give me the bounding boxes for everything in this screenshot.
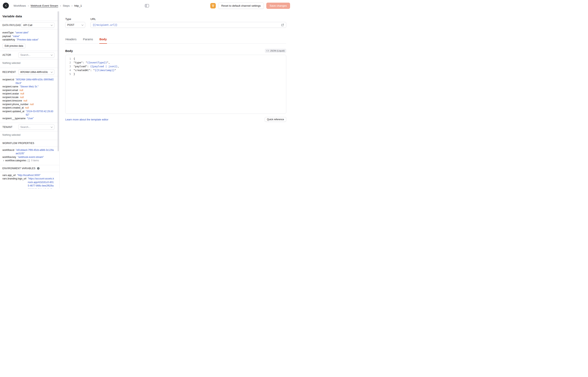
app-window: Workflows›Webhook Event Stream›Steps›htt… [0, 0, 294, 188]
kv-row: payload"value" [2, 35, 54, 38]
tenant-empty-state: Nothing selected [2, 133, 54, 137]
kv-key: recipient.created_at [2, 106, 24, 110]
kv-key: workflow.categories [5, 159, 26, 163]
chevron-down-icon [82, 24, 83, 25]
kv-value: null [30, 103, 34, 106]
actor-header: ACTOR Search... [0, 51, 59, 59]
panel-title: Variable data [2, 14, 22, 18]
body-section-title: Body [65, 49, 73, 53]
recipient-content: recipient.id"80f1f4bf-166d-48f9-b33c-390… [0, 76, 59, 123]
kv-key: recipient.email [2, 89, 18, 92]
breadcrumb-separator: › [28, 4, 29, 7]
line-number: 5 [65, 72, 73, 76]
kv-key: variableKey [2, 38, 15, 42]
type-label: Type [65, 18, 85, 21]
actor-label: ACTOR [2, 54, 11, 56]
kv-row: recipient.id"80f1f4bf-166d-48f9-b33c-390… [2, 78, 54, 85]
body-section-header: Body JSON (Liquid) [65, 49, 286, 53]
kv-key: recipient.__typename [2, 117, 26, 120]
method-field: Type POST [65, 18, 85, 28]
kv-value: null [25, 106, 29, 110]
kv-row: vars.app_url"http://localhost:3000" [2, 174, 54, 177]
breadcrumb-item: http_1 [74, 4, 82, 7]
editor-footer: Learn more about the template editor Qui… [65, 117, 286, 122]
top-bar: Workflows›Webhook Event Stream›Steps›htt… [0, 0, 294, 11]
commit-changes-badge[interactable] [210, 3, 216, 9]
quick-reference-button[interactable]: Quick reference [265, 117, 286, 122]
data-payload-select[interactable]: API Call [21, 22, 54, 28]
panel-toggle-button[interactable] [143, 3, 150, 9]
breadcrumb-separator: › [71, 4, 72, 7]
tab-headers[interactable]: Headers [65, 38, 77, 44]
workflow-properties-content: workflow.id"e91ddae4-7f99-45cb-a688-3c12… [0, 147, 59, 165]
kv-value: null [19, 89, 23, 92]
kv-value: [ ] [28, 159, 30, 163]
chevron-down-icon [51, 54, 53, 56]
recipient-label: RECIPIENT [2, 71, 16, 73]
line-number: 1 [65, 57, 73, 61]
breadcrumb-item[interactable]: Workflows [13, 4, 26, 7]
kv-row: recipient.emailnull [2, 89, 54, 92]
chevron-down-icon [51, 126, 53, 128]
template-editor-link[interactable]: Learn more about the template editor [65, 118, 108, 121]
data-payload-selected-value: API Call [23, 24, 32, 27]
tenant-search-select[interactable]: Search... [18, 124, 54, 130]
code-editor[interactable]: 1{2"type": "{{eventType}}",3"payload": {… [65, 55, 286, 114]
kv-value: "e91ddae4-7f99-45cb-a688-3c129aae3105" [16, 148, 54, 155]
breadcrumb-separator: › [60, 4, 61, 7]
kv-value: null [20, 96, 24, 99]
recipient-select[interactable]: 80f1f4bf-166d-48f9-b33c [18, 69, 54, 75]
kv-key: recipient.name [2, 85, 18, 89]
sidebar-scrollbar[interactable] [58, 11, 59, 151]
kv-key: payload [2, 35, 11, 38]
kv-value: "User" [27, 117, 34, 120]
arrow-left-icon [4, 4, 7, 7]
tenant-label: TENANT [2, 126, 12, 129]
code-text: "type": "{{eventType}}", [73, 61, 110, 64]
breadcrumb: Workflows›Webhook Event Stream›Steps›htt… [13, 4, 82, 7]
kv-row: recipient.phone_numbernull [2, 103, 54, 106]
kv-key: recipient.updated_at [2, 110, 24, 113]
url-input[interactable]: {{recipient.url}} [90, 22, 286, 28]
kv-row: recipient.localenull [2, 96, 54, 99]
line-number: 4 [65, 68, 73, 72]
chevron-right-icon[interactable] [3, 160, 4, 161]
topbar-actions: Reset to default channel settings Save c… [210, 3, 290, 9]
kv-value: "Preview data value" [16, 38, 39, 42]
tab-body[interactable]: Body [99, 38, 107, 44]
external-link-icon[interactable] [281, 23, 284, 26]
kv-key: recipient.phone_number [2, 103, 28, 106]
data-payload-header: DATA PAYLOAD API Call [0, 21, 59, 29]
method-select[interactable]: POST [65, 22, 85, 28]
language-badge-label: JSON (Liquid) [270, 49, 285, 52]
code-icon [267, 50, 269, 52]
kv-row: workflow.key"webhook-event-stream" [2, 155, 54, 159]
actor-search-select[interactable]: Search... [18, 52, 54, 58]
tab-params[interactable]: Params [83, 38, 93, 44]
kv-row: eventType"server:alert" [2, 31, 54, 35]
kv-row: vars.branding.logo_url"https://account-a… [2, 177, 54, 188]
tenant-header: TENANT Search... [0, 123, 59, 131]
edit-preview-data-button[interactable]: Edit preview data [2, 44, 25, 48]
data-payload-content: eventType"server:alert"payload"value"var… [0, 29, 59, 51]
actor-empty-state: Nothing selected [2, 61, 54, 65]
kv-key: vars.branding.logo_url [2, 177, 26, 181]
kv-key: recipient.id [2, 78, 14, 82]
code-lines: 1{2"type": "{{eventType}}",3"payload": {… [65, 57, 286, 76]
save-button[interactable]: Save changes [266, 3, 290, 9]
back-button[interactable] [3, 3, 9, 9]
code-line: 3"payload": {{payload | json}}, [65, 64, 286, 68]
kv-row: recipient.__typename"User" [2, 117, 54, 120]
breadcrumb-item[interactable]: Webhook Event Stream [31, 4, 58, 7]
recipient-header: RECIPIENT 80f1f4bf-166d-48f9-b33c [0, 68, 59, 76]
line-number: 2 [65, 61, 73, 64]
reset-button[interactable]: Reset to default channel settings [218, 3, 264, 9]
kv-value: "Steven Metz Sr." [20, 85, 38, 89]
kv-key: vars.app_url [2, 174, 16, 177]
tenant-search-placeholder: Search... [20, 126, 30, 129]
environment-variables-content: vars.app_url"http://localhost:3000"vars.… [0, 172, 59, 189]
kv-row: recipient.updated_at"2024-03-05T00:42:29… [2, 110, 54, 117]
code-text: } [73, 72, 75, 76]
kv-value: null [20, 92, 24, 96]
kv-value: "http://localhost:3000" [17, 174, 40, 177]
